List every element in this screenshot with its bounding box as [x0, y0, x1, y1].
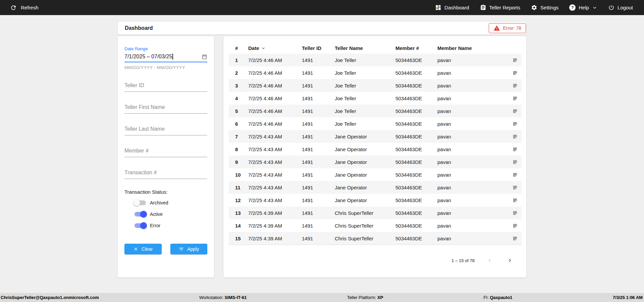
- note-icon[interactable]: [503, 121, 518, 126]
- table-row[interactable]: 2 7/2/25 4:46 AM 1491 Joe Teller 5034463…: [229, 66, 522, 79]
- active-toggle[interactable]: [135, 212, 146, 217]
- table-body: 1 7/2/25 4:46 AM 1491 Joe Teller 5034463…: [229, 54, 522, 245]
- transaction-status-label: Transaction Status:: [124, 189, 207, 195]
- table-row[interactable]: 9 7/2/25 4:43 AM 1491 Jane Operator 5034…: [229, 156, 522, 168]
- nav-teller-reports-label: Teller Reports: [489, 5, 521, 10]
- table-row[interactable]: 15 7/2/25 4:39 AM 1491 Chris SuperTeller…: [229, 232, 522, 245]
- cell-teller-name: Jane Operator: [335, 172, 395, 178]
- nav-settings[interactable]: Settings: [531, 4, 558, 11]
- cell-date: 7/2/25 4:46 AM: [248, 121, 302, 127]
- note-icon[interactable]: [503, 147, 518, 152]
- cell-member-num: 5034463DE: [395, 83, 437, 88]
- table-row[interactable]: 11 7/2/25 4:43 AM 1491 Jane Operator 503…: [229, 181, 522, 194]
- note-icon[interactable]: [503, 70, 518, 75]
- cell-teller-id: 1491: [302, 83, 335, 88]
- nav-logout[interactable]: Logout: [608, 4, 633, 11]
- table-row[interactable]: 8 7/2/25 4:43 AM 1491 Jane Operator 5034…: [229, 143, 522, 156]
- transaction-number-field[interactable]: Transaction #: [124, 170, 207, 179]
- cell-row-number: 6: [235, 121, 248, 127]
- col-num[interactable]: #: [235, 45, 248, 51]
- note-icon[interactable]: [503, 210, 518, 216]
- cell-teller-id: 1491: [302, 134, 335, 139]
- table-row[interactable]: 10 7/2/25 4:43 AM 1491 Jane Operator 503…: [229, 168, 522, 181]
- cell-member-name: pavan: [437, 210, 503, 216]
- toggle-row-archived: Archived: [135, 199, 207, 206]
- note-icon[interactable]: [503, 96, 518, 101]
- nav-settings-label: Settings: [540, 5, 558, 10]
- note-icon[interactable]: [503, 223, 518, 228]
- prev-page-button[interactable]: [485, 255, 495, 265]
- note-icon[interactable]: [503, 236, 518, 241]
- cell-member-num: 5034463DE: [395, 159, 437, 165]
- cell-date: 7/2/25 4:43 AM: [248, 197, 302, 203]
- table-row[interactable]: 7 7/2/25 4:43 AM 1491 Jane Operator 5034…: [229, 130, 522, 143]
- apply-button[interactable]: Apply: [170, 244, 208, 254]
- teller-first-name-field[interactable]: Teller First Name: [124, 104, 207, 114]
- cell-teller-name: Joe Teller: [335, 83, 395, 88]
- note-icon[interactable]: [503, 58, 518, 63]
- error-badge[interactable]: Error: 78: [489, 23, 526, 33]
- date-range-field[interactable]: Date Range 7/1/2025 – 07/03/25 MM/DD/YYY…: [124, 46, 207, 70]
- table-row[interactable]: 12 7/2/25 4:43 AM 1491 Jane Operator 503…: [229, 194, 522, 206]
- table-row[interactable]: 4 7/2/25 4:46 AM 1491 Joe Teller 5034463…: [229, 92, 522, 105]
- cell-row-number: 15: [235, 236, 248, 241]
- cell-date: 7/2/25 4:43 AM: [248, 146, 302, 152]
- nav-logout-label: Logout: [618, 5, 633, 10]
- table-row[interactable]: 6 7/2/25 4:46 AM 1491 Joe Teller 5034463…: [229, 117, 522, 130]
- table-row[interactable]: 3 7/2/25 4:46 AM 1491 Joe Teller 5034463…: [229, 79, 522, 92]
- filter-icon: [178, 246, 184, 252]
- table-row[interactable]: 14 7/2/25 4:39 AM 1491 Chris SuperTeller…: [229, 219, 522, 232]
- error-toggle[interactable]: [135, 223, 146, 228]
- teller-last-name-field[interactable]: Teller Last Name: [124, 126, 207, 135]
- refresh-button[interactable]: Refresh: [10, 4, 39, 11]
- cell-teller-name: Joe Teller: [335, 108, 395, 114]
- table-row[interactable]: 13 7/2/25 4:39 AM 1491 Chris SuperTeller…: [229, 206, 522, 219]
- footer-datetime: 7/3/25 1:06 AM: [613, 295, 643, 300]
- warning-triangle-icon: [493, 25, 500, 32]
- footer-fi: FI: Qaxpauto1: [484, 295, 513, 300]
- col-date[interactable]: Date: [248, 45, 302, 51]
- table-row[interactable]: 1 7/2/25 4:46 AM 1491 Joe Teller 5034463…: [229, 54, 522, 66]
- note-icon[interactable]: [503, 83, 518, 88]
- col-teller-name[interactable]: Teller Name: [335, 45, 395, 51]
- cell-teller-id: 1491: [302, 96, 335, 101]
- cell-member-num: 5034463DE: [395, 185, 437, 190]
- cell-teller-name: Jane Operator: [335, 134, 395, 139]
- x-icon: [133, 246, 139, 252]
- col-member-num[interactable]: Member #: [395, 45, 437, 51]
- cell-teller-name: Chris SuperTeller: [335, 223, 395, 229]
- dashboard-header-card: Dashboard Error: 78: [118, 22, 526, 35]
- note-icon[interactable]: [503, 172, 518, 177]
- col-teller-id[interactable]: Teller ID: [302, 45, 335, 51]
- cell-member-name: pavan: [437, 159, 503, 165]
- note-icon[interactable]: [503, 198, 518, 203]
- note-icon[interactable]: [503, 185, 518, 190]
- nav-dashboard-label: Dashboard: [444, 5, 469, 10]
- cell-row-number: 11: [235, 185, 248, 190]
- date-range-value[interactable]: 7/1/2025 – 07/03/25: [124, 54, 172, 60]
- clear-button[interactable]: Clear: [124, 244, 162, 254]
- cell-row-number: 10: [235, 172, 248, 178]
- col-date-label: Date: [248, 45, 259, 51]
- chevron-left-icon: [487, 257, 493, 263]
- nav-help[interactable]: Help: [569, 4, 597, 11]
- note-icon[interactable]: [503, 160, 518, 165]
- note-icon[interactable]: [503, 134, 518, 139]
- table-row[interactable]: 5 7/2/25 4:46 AM 1491 Joe Teller 5034463…: [229, 105, 522, 117]
- sort-desc-icon: [261, 46, 266, 51]
- platform-label: Teller Platform:: [347, 295, 376, 300]
- pagination: 1 – 15 of 78: [451, 255, 515, 265]
- nav-dashboard[interactable]: Dashboard: [435, 4, 469, 11]
- cell-teller-name: Jane Operator: [335, 197, 395, 203]
- cell-date: 7/2/25 4:46 AM: [248, 70, 302, 76]
- archived-toggle[interactable]: [135, 200, 146, 205]
- member-number-field[interactable]: Member #: [124, 148, 207, 157]
- next-page-button[interactable]: [505, 255, 515, 265]
- nav-teller-reports[interactable]: Teller Reports: [480, 4, 521, 11]
- cell-date: 7/2/25 4:43 AM: [248, 134, 302, 139]
- calendar-icon[interactable]: [202, 54, 207, 60]
- teller-id-field[interactable]: Teller ID: [124, 82, 207, 92]
- note-icon[interactable]: [503, 109, 518, 114]
- col-member-name[interactable]: Member Name: [437, 45, 503, 51]
- cell-row-number: 1: [235, 57, 248, 63]
